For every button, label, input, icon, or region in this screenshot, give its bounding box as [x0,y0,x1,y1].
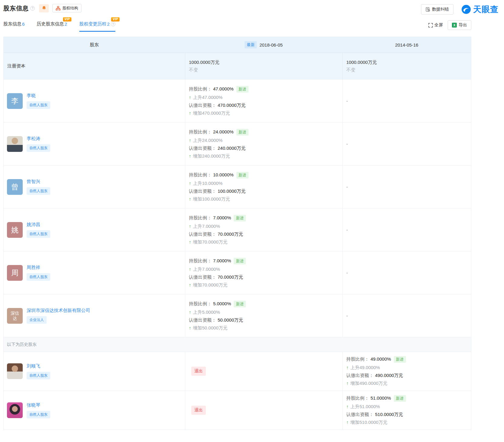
shareholder-photo[interactable] [7,136,23,152]
ratio-rise: 上升51.0000% [351,404,380,409]
new-entry-badge: 新进 [234,301,246,307]
tab-history-shareholder-info[interactable]: 历史股东信息2 VIP [37,21,67,32]
title-help-icon[interactable]: ? [30,6,35,11]
shareholder-name-link[interactable]: 深圳市深信达技术创新有限公司 [27,308,90,313]
column-header-date-latest: 2018-06-05 [259,42,283,47]
export-label: 导出 [459,22,467,28]
new-entry-badge: 新进 [236,172,249,178]
registered-capital-row: 注册资本 1000.0000万元 不变 1000.0000万元 不变 [4,53,471,79]
shareholder-row: 周 周胜祥 自然人股东 持股比例：7.0000%新进 上升7.0000% 认缴出… [4,251,471,294]
empty-value: - [346,184,348,189]
amount-value: 510.0000万元 [375,412,403,417]
company-avatar[interactable]: 深信达 [7,308,23,324]
new-entry-badge: 新进 [234,215,246,221]
ratio-value: 10.0000% [213,172,234,177]
amount-value: 50.0000万元 [218,317,243,322]
document-edit-icon [426,7,430,12]
shareholder-name-link[interactable]: 姚沛昌 [27,222,40,228]
data-correction-label: 数据纠错 [432,7,449,12]
amount-increase: 增加50.0000万元 [193,325,228,330]
ratio-rise: 上升49.0000% [351,365,380,370]
shareholder-type-tag: 自然人股东 [27,411,50,418]
up-arrow-icon [189,95,191,100]
tab-shareholder-info[interactable]: 股东信息6 [3,21,25,32]
shareholder-photo[interactable] [7,363,23,379]
capital-change: 不变 [189,67,342,73]
new-entry-badge: 新进 [394,356,406,363]
shareholder-type-tag: 自然人股东 [27,144,50,152]
amount-increase: 增加70.0000万元 [193,282,228,287]
data-correction-button[interactable]: 数据纠错 [421,4,453,15]
ratio-rise: 上升47.0000% [193,95,223,100]
ratio-value: 7.0000% [213,258,231,263]
shareholder-avatar[interactable]: 李 [7,93,23,109]
empty-value: - [346,313,348,318]
shareholder-name-link[interactable]: 李晓 [27,93,36,99]
export-button[interactable]: X 导出 [448,20,471,30]
subscribe-bell-button[interactable] [39,4,49,12]
shareholder-row: 李 李晓 自然人股东 持股比例：47.0000%新进 上升47.0000% 认缴… [4,79,471,122]
tab-count: 2 [107,21,110,27]
table-header-row: 股东 最新 2018-06-05 2014-05-16 [4,37,471,53]
tab-count: 6 [22,21,25,27]
org-chart-icon [56,6,61,11]
capital-change: 不变 [346,67,471,73]
column-header-shareholder: 股东 [4,42,185,48]
ratio-rise: 上升7.0000% [193,267,220,272]
shareholder-type-tag: 自然人股东 [27,273,50,281]
latest-badge: 最新 [245,41,257,48]
new-entry-badge: 新进 [236,86,249,93]
up-arrow-icon [189,267,191,272]
shareholder-name-link[interactable]: 曾智兴 [27,179,40,185]
amount-increase: 增加70.0000万元 [193,239,228,244]
shareholder-avatar[interactable]: 周 [7,265,23,281]
up-arrow-icon [346,365,349,370]
shareholder-name-link[interactable]: 周胜祥 [27,265,40,270]
up-arrow-icon [189,309,191,315]
ratio-rise: 上升24.0000% [193,138,223,143]
ratio-rise: 上升5.0000% [193,309,220,315]
shareholder-name-link[interactable]: 李松涛 [27,136,40,142]
up-arrow-icon [346,381,349,386]
shareholder-avatar[interactable]: 曾 [7,179,23,195]
tab-help-icon[interactable]: ? [111,22,115,26]
shareholder-name-link[interactable]: 刘顺飞 [27,363,40,369]
ratio-value: 51.0000% [371,395,391,401]
fullscreen-label: 全屏 [434,22,443,28]
excel-icon: X [452,23,457,28]
equity-structure-label: 股权结构 [62,5,78,11]
ratio-value: 49.0000% [371,356,391,362]
capital-value: 1000.0000万元 [346,60,471,65]
shareholder-info-panel: 股东信息 ? 股权结构 数据纠错 [0,0,504,442]
shareholder-row: 深信达 深圳市深信达技术创新有限公司 企业法人 持股比例：5.0000%新进 上… [4,294,471,337]
amount-value: 70.0000万元 [218,274,243,280]
shareholder-name-link[interactable]: 张晓琴 [27,402,40,408]
panel-header: 股东信息 ? 股权结构 数据纠错 [0,0,504,15]
capital-value: 1000.0000万元 [189,60,342,65]
shareholder-row: 姚 姚沛昌 自然人股东 持股比例：7.0000%新进 上升7.0000% 认缴出… [4,208,471,251]
fullscreen-icon [428,23,433,28]
ratio-rise: 上升7.0000% [193,224,220,229]
tianyancha-logo: 天眼查 [461,4,499,15]
empty-value: - [346,227,348,232]
amount-value: 490.0000万元 [375,373,403,378]
amount-increase: 增加490.0000万元 [351,381,388,386]
equity-structure-button[interactable]: 股权结构 [52,4,81,12]
up-arrow-icon [189,153,191,159]
shareholder-photo[interactable] [7,402,23,418]
tianyancha-logo-text: 天眼查 [473,4,499,15]
amount-increase: 增加100.0000万元 [193,196,230,201]
tab-equity-change-history[interactable]: 股权变更历程2 VIP ? [79,21,115,32]
ratio-value: 7.0000% [213,215,231,220]
up-arrow-icon [189,239,191,244]
history-section-header: 以下为历史股东 [4,337,471,352]
amount-increase: 增加510.0000万元 [351,420,388,425]
tab-count: 2 [64,21,67,27]
empty-value: - [346,98,348,103]
history-shareholder-row: 张晓琴 自然人股东 退出 持股比例：51.0000%新进 上升51.0000% … [4,391,471,430]
shareholder-avatar[interactable]: 姚 [7,222,23,238]
page-title: 股东信息 [3,4,29,12]
amount-value: 470.0000万元 [218,103,246,108]
fullscreen-button[interactable]: 全屏 [428,22,443,28]
amount-value: 240.0000万元 [218,146,246,151]
